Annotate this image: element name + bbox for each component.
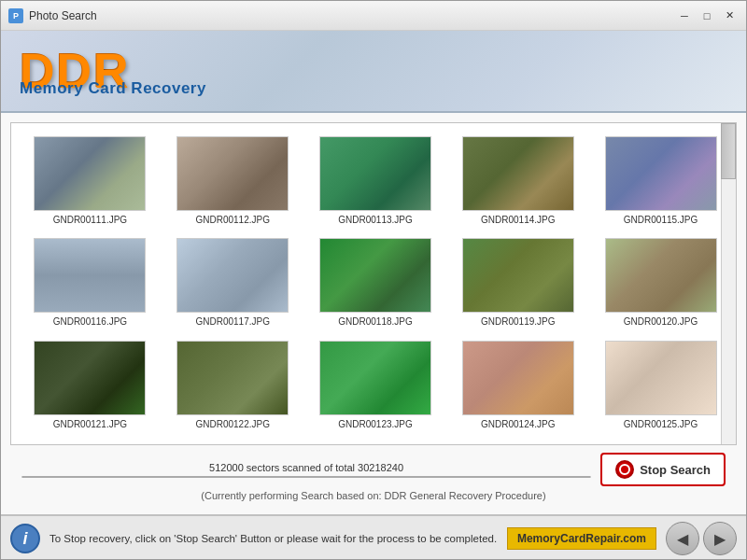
list-item[interactable]: GNDR00124.JPG (446, 335, 589, 437)
close-button[interactable]: ✕ (720, 7, 739, 25)
photo-label: GNDR00115.JPG (624, 215, 698, 225)
list-item[interactable]: GNDR00119.JPG (446, 232, 589, 334)
site-badge: MemoryCardRepair.com (507, 527, 656, 550)
list-item[interactable]: GNDR00113.JPG (304, 131, 447, 232)
photo-label: GNDR00116.JPG (53, 316, 127, 327)
prev-button[interactable]: ◀ (666, 522, 699, 555)
progress-area: 512000 sectors scanned of total 30218240… (10, 445, 737, 505)
nav-buttons: ◀ ▶ (666, 522, 737, 555)
photo-label: GNDR00117.JPG (195, 316, 269, 327)
sectors-label: 512000 sectors scanned of total 30218240 (21, 462, 591, 473)
main-content: GNDR00111.JPGGNDR00112.JPGGNDR00113.JPGG… (1, 113, 746, 514)
photo-label: GNDR00121.JPG (53, 419, 127, 429)
list-item[interactable]: GNDR00122.JPG (162, 335, 304, 437)
minimize-button[interactable]: ─ (675, 7, 694, 25)
list-item[interactable]: GNDR00117.JPG (162, 232, 304, 334)
stop-search-button[interactable]: Stop Search (600, 453, 726, 486)
photo-label: GNDR00123.JPG (338, 419, 412, 429)
next-button[interactable]: ▶ (703, 522, 737, 555)
photo-label: GNDR00113.JPG (338, 215, 412, 225)
photo-label: GNDR00120.JPG (624, 316, 698, 327)
title-bar: P Photo Search ─ □ ✕ (1, 1, 746, 31)
maximize-button[interactable]: □ (698, 7, 716, 25)
scrollbar-thumb[interactable] (721, 123, 736, 179)
info-icon: i (10, 524, 40, 553)
title-bar-controls: ─ □ ✕ (675, 7, 739, 25)
scrollbar-track[interactable] (721, 123, 736, 444)
list-item[interactable]: GNDR00114.JPG (446, 131, 589, 232)
photo-label: GNDR00125.JPG (624, 419, 698, 429)
bottom-info-text: To Stop recovery, click on 'Stop Search'… (49, 533, 498, 544)
photo-label: GNDR00111.JPG (53, 215, 127, 225)
list-item[interactable]: GNDR00115.JPG (589, 131, 732, 232)
stop-icon (615, 460, 634, 479)
app-icon: P (8, 8, 23, 23)
photo-label: GNDR00114.JPG (481, 215, 555, 225)
status-text: (Currently performing Search based on: D… (21, 490, 726, 501)
app-header: DDR Memory Card Recovery (1, 31, 746, 113)
photo-label: GNDR00122.JPG (195, 419, 269, 429)
list-item[interactable]: GNDR00123.JPG (304, 335, 447, 437)
photo-label: GNDR00112.JPG (195, 215, 269, 225)
list-item[interactable]: GNDR00112.JPG (162, 131, 304, 232)
app-subtitle: Memory Card Recovery (20, 79, 206, 98)
progress-bar (21, 476, 591, 478)
list-item[interactable]: GNDR00121.JPG (19, 335, 162, 437)
photo-label: GNDR00124.JPG (481, 419, 555, 429)
bottom-bar: i To Stop recovery, click on 'Stop Searc… (1, 514, 746, 560)
photo-grid: GNDR00111.JPGGNDR00112.JPGGNDR00113.JPGG… (11, 123, 736, 444)
photo-grid-container: GNDR00111.JPGGNDR00112.JPGGNDR00113.JPGG… (10, 122, 737, 445)
list-item[interactable]: GNDR00116.JPG (19, 232, 162, 334)
stop-button-label: Stop Search (640, 463, 711, 477)
list-item[interactable]: GNDR00120.JPG (589, 232, 732, 334)
photo-label: GNDR00118.JPG (338, 316, 412, 327)
photo-label: GNDR00119.JPG (481, 316, 555, 327)
title-bar-title: Photo Search (29, 9, 675, 22)
list-item[interactable]: GNDR00118.JPG (304, 232, 447, 334)
list-item[interactable]: GNDR00125.JPG (589, 335, 732, 437)
list-item[interactable]: GNDR00111.JPG (19, 131, 162, 232)
